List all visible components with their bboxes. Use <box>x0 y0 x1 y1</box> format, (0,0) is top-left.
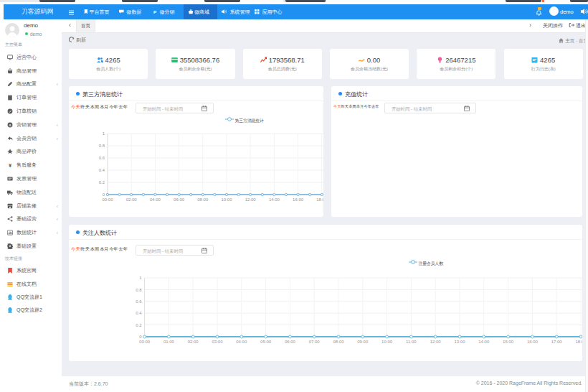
svg-text:¥: ¥ <box>9 162 12 168</box>
svg-text:04:00: 04:00 <box>150 197 161 202</box>
svg-text:0.8: 0.8 <box>99 144 105 148</box>
svg-text:07:00: 07:00 <box>309 340 321 344</box>
svg-text:11:00: 11:00 <box>406 340 417 344</box>
svg-text:01:00: 01:00 <box>163 340 175 344</box>
svg-text:04:00: 04:00 <box>236 340 247 344</box>
svg-text:08:00: 08:00 <box>197 197 209 202</box>
svg-text:0: 0 <box>103 192 105 197</box>
svg-text:10:00: 10:00 <box>381 340 393 344</box>
svg-text:12:00: 12:00 <box>430 340 442 344</box>
svg-text:0: 0 <box>139 335 142 339</box>
svg-text:00:00: 00:00 <box>139 340 151 344</box>
svg-text:13:00: 13:00 <box>454 340 465 344</box>
svg-text:0.2: 0.2 <box>136 323 142 327</box>
svg-text:0.6: 0.6 <box>99 156 105 160</box>
svg-text:02:00: 02:00 <box>188 340 199 344</box>
svg-text:08:00: 08:00 <box>333 340 344 344</box>
svg-text:02:00: 02:00 <box>126 197 138 202</box>
svg-text:18:00: 18:00 <box>575 340 582 344</box>
svg-text:15:00: 15:00 <box>503 340 514 344</box>
svg-text:10:00: 10:00 <box>221 197 232 202</box>
svg-text:1: 1 <box>103 131 105 136</box>
svg-text:0.4: 0.4 <box>136 311 142 315</box>
svg-text:18:00: 18:00 <box>316 197 323 202</box>
svg-text:a: a <box>9 123 11 127</box>
svg-text:16:00: 16:00 <box>293 197 304 202</box>
svg-text:0.8: 0.8 <box>136 288 142 292</box>
svg-text:14:00: 14:00 <box>478 340 490 344</box>
svg-text:06:00: 06:00 <box>285 340 296 344</box>
svg-text:05:00: 05:00 <box>260 340 272 344</box>
svg-text:00:00: 00:00 <box>102 197 113 202</box>
svg-text:14:00: 14:00 <box>269 197 280 202</box>
svg-text:1: 1 <box>139 276 142 280</box>
svg-text:03:00: 03:00 <box>212 340 223 344</box>
svg-text:17:00: 17:00 <box>551 340 563 344</box>
svg-text:0.2: 0.2 <box>99 180 105 185</box>
svg-text:06:00: 06:00 <box>174 197 185 202</box>
svg-text:0.4: 0.4 <box>99 168 105 172</box>
svg-text:12:00: 12:00 <box>245 197 257 202</box>
svg-text:0.6: 0.6 <box>136 299 142 304</box>
svg-text:09:00: 09:00 <box>357 340 369 344</box>
svg-text:16:00: 16:00 <box>527 340 539 344</box>
